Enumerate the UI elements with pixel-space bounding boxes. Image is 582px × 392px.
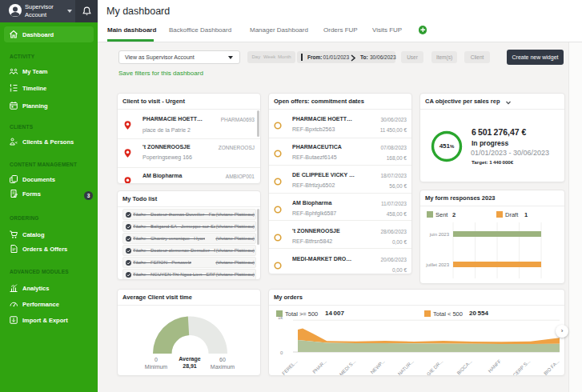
svg-text:HANFF: HANFF <box>488 358 503 374</box>
svg-text:GIE DR...: GIE DR... <box>426 358 444 376</box>
svg-text:BIOCA...: BIOCA... <box>456 358 473 375</box>
svg-text:NATUR...: NATUR... <box>397 358 415 376</box>
svg-text:NEWP...: NEWP... <box>370 358 386 374</box>
svg-text:BIO FA...: BIO FA... <box>543 358 560 376</box>
svg-text:FEREL...: FEREL... <box>281 358 299 376</box>
svg-text:MEDI S...: MEDI S... <box>339 358 357 376</box>
svg-text:PHAR...: PHAR... <box>311 358 327 374</box>
svg-text:CERP S...: CERP S... <box>512 358 532 376</box>
